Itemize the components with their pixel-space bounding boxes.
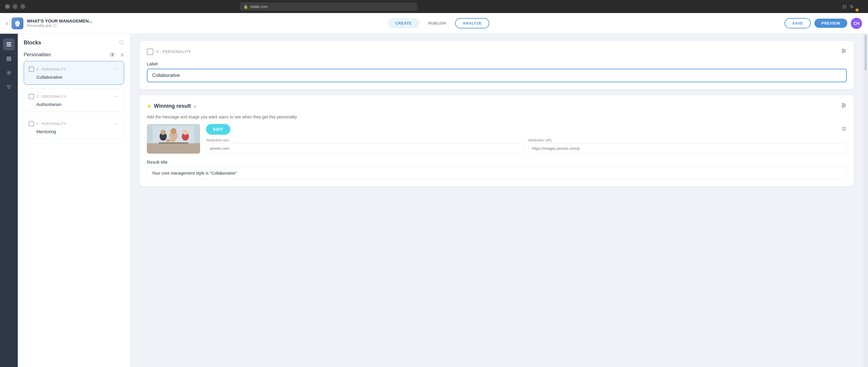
personality-card-authoritarian[interactable]: 3 - PERSONALITY ··· Authoritarian bbox=[24, 88, 124, 112]
card-name-mentoring: Mentoring bbox=[29, 129, 119, 134]
attribution-text-input[interactable] bbox=[206, 144, 525, 153]
nav-forward-btn[interactable]: › bbox=[20, 4, 26, 9]
svg-point-10 bbox=[842, 49, 843, 50]
card-menu-authoritarian[interactable]: ··· bbox=[115, 93, 119, 99]
attribution-row: Attribution text Attribution URL bbox=[206, 138, 847, 153]
avatar[interactable]: CH bbox=[851, 18, 862, 29]
personality-card-header: 0 - PERSONALITY bbox=[147, 48, 847, 55]
svg-rect-4 bbox=[7, 58, 11, 59]
edit-image-button[interactable]: EDIT bbox=[206, 124, 230, 135]
quiz-title: WHAT'S YOUR MANAGEMEN... bbox=[27, 18, 92, 23]
card-type-authoritarian: 3 - PERSONALITY bbox=[36, 95, 66, 98]
sidebar-blocks-icon[interactable] bbox=[3, 38, 15, 50]
label-field-label: Label bbox=[147, 61, 847, 66]
card-name-collaborative: Collaborative bbox=[29, 74, 119, 80]
result-title-label: Result title bbox=[147, 159, 847, 164]
card-label-mentoring: 4 - PERSONALITY bbox=[29, 121, 66, 126]
address-bar[interactable]: 🔒 riddle.com bbox=[240, 2, 417, 11]
winning-result-card: ★ Winning result ∧ Add the message and bbox=[140, 95, 854, 186]
attribution-url-input[interactable] bbox=[528, 144, 847, 153]
sidebar-toggle-btn[interactable]: ⊞ bbox=[5, 4, 10, 9]
svg-point-17 bbox=[844, 105, 845, 106]
blocks-info-icon[interactable]: ⓘ bbox=[119, 40, 124, 46]
personality-card-mentoring[interactable]: 4 - PERSONALITY ··· Mentoring bbox=[24, 116, 124, 139]
nav-back-btn[interactable]: ‹ bbox=[12, 4, 18, 9]
browser-chrome: ⊞ ‹ › 🔒 riddle.com ⊡ ↻ bbox=[0, 0, 868, 13]
card-menu-mentoring[interactable]: ··· bbox=[115, 120, 119, 127]
personalities-section-title: Personalities bbox=[24, 52, 51, 57]
block-square-icon bbox=[147, 49, 153, 55]
svg-point-27 bbox=[183, 130, 188, 135]
card-header-mentoring: 4 - PERSONALITY ··· bbox=[29, 120, 119, 127]
svg-rect-2 bbox=[6, 45, 11, 47]
blocks-panel: Blocks ⓘ Personalities 3 ∧ 0 - PERSONALI… bbox=[18, 34, 130, 367]
refresh-icon[interactable]: ↻ bbox=[850, 4, 854, 9]
winning-result-description: Add the message and image you want users… bbox=[147, 115, 847, 119]
app-header: ‹ WHAT'S YOUR MANAGEMEN... Personality q… bbox=[0, 13, 868, 34]
delete-image-icon[interactable] bbox=[841, 126, 847, 133]
card-menu-collaborative[interactable]: ··· bbox=[115, 66, 119, 72]
winning-result-title: Winning result bbox=[154, 103, 191, 109]
quiz-subtitle: Personality quiz ⓘ bbox=[27, 23, 92, 28]
collapse-section-button[interactable]: ∧ bbox=[121, 52, 124, 57]
analyze-tab[interactable]: ANALYZE bbox=[455, 18, 489, 28]
card-square-mentoring-icon bbox=[29, 121, 34, 126]
card-name-authoritarian: Authoritarian bbox=[29, 102, 119, 107]
svg-point-28 bbox=[166, 139, 170, 142]
blocks-title: Blocks bbox=[24, 40, 41, 46]
lock-icon: 🔒 bbox=[243, 4, 248, 9]
scrollbar-thumb[interactable] bbox=[865, 35, 867, 70]
card-header-collaborative: 0 - PERSONALITY ··· bbox=[29, 66, 119, 72]
attribution-url-field: Attribution URL bbox=[528, 138, 847, 153]
header-nav: CREATE PUBLISH ANALYZE bbox=[388, 18, 489, 28]
content-area: 0 - PERSONALITY Label bbox=[130, 34, 863, 367]
publish-tab[interactable]: PUBLISH bbox=[421, 18, 454, 28]
notification-dot bbox=[856, 8, 859, 11]
card-type-collaborative: 0 - PERSONALITY bbox=[36, 67, 66, 71]
header-left: ‹ WHAT'S YOUR MANAGEMEN... Personality q… bbox=[6, 18, 92, 29]
collapse-winning-button[interactable]: ∧ bbox=[193, 104, 196, 109]
svg-rect-20 bbox=[147, 143, 200, 154]
personalities-section-header: Personalities 3 ∧ bbox=[24, 52, 124, 57]
personality-block-card: 0 - PERSONALITY Label bbox=[140, 41, 854, 89]
svg-rect-3 bbox=[7, 57, 11, 58]
personality-label-input[interactable] bbox=[147, 69, 847, 82]
card-header-authoritarian: 3 - PERSONALITY ··· bbox=[29, 93, 119, 99]
attribution-text-label: Attribution text bbox=[206, 138, 525, 142]
attribution-url-label: Attribution URL bbox=[528, 138, 847, 142]
svg-rect-30 bbox=[159, 142, 188, 144]
info-icon[interactable]: ⓘ bbox=[53, 23, 57, 28]
svg-rect-0 bbox=[6, 42, 11, 43]
result-title-section: Result title bbox=[147, 159, 847, 179]
svg-point-29 bbox=[170, 139, 175, 142]
attribution-text-field: Attribution text bbox=[206, 138, 525, 153]
svg-point-16 bbox=[842, 103, 843, 104]
back-button[interactable]: ‹ bbox=[6, 20, 8, 27]
header-title: WHAT'S YOUR MANAGEMEN... Personality qui… bbox=[27, 18, 92, 28]
sidebar-layers-icon[interactable] bbox=[3, 53, 15, 64]
svg-rect-5 bbox=[7, 60, 11, 61]
card-square-auth-icon bbox=[29, 94, 34, 99]
winning-result-header: ★ Winning result ∧ bbox=[147, 102, 847, 110]
svg-point-25 bbox=[170, 128, 177, 134]
star-icon: ★ bbox=[147, 103, 152, 110]
blocks-header: Blocks ⓘ bbox=[24, 40, 124, 46]
image-section: EDIT Attribution text bbox=[147, 124, 847, 154]
translate-icon[interactable]: ⊡ bbox=[842, 4, 846, 9]
card-type-mentoring: 4 - PERSONALITY bbox=[36, 122, 66, 125]
winning-result-left: ★ Winning result ∧ bbox=[147, 103, 196, 110]
save-button[interactable]: SAVE bbox=[784, 18, 811, 28]
sidebar-filter-icon[interactable] bbox=[3, 81, 15, 93]
personalities-count-badge: 3 bbox=[109, 52, 116, 57]
sidebar-icons bbox=[0, 34, 18, 367]
personality-card-collaborative[interactable]: 0 - PERSONALITY ··· Collaborative bbox=[24, 61, 124, 85]
winning-result-settings-icon[interactable] bbox=[841, 102, 847, 110]
app-logo bbox=[11, 18, 23, 29]
result-title-input[interactable] bbox=[147, 167, 847, 179]
result-image-thumbnail bbox=[147, 124, 200, 154]
personality-settings-icon[interactable] bbox=[841, 48, 847, 55]
create-tab[interactable]: CREATE bbox=[388, 18, 419, 28]
card-square-icon bbox=[29, 67, 34, 72]
preview-button[interactable]: PREVIEW bbox=[814, 19, 847, 28]
sidebar-settings-icon[interactable] bbox=[3, 67, 15, 79]
